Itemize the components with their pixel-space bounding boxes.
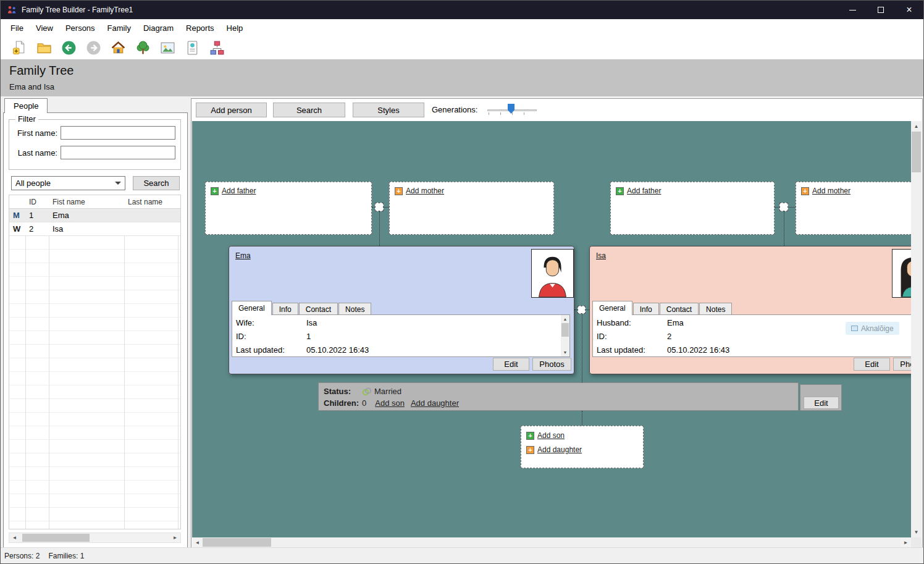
edit-button[interactable]: Edit: [854, 358, 890, 371]
generations-slider[interactable]: [487, 102, 537, 117]
scrollbar-thumb[interactable]: [203, 538, 271, 547]
tab-notes[interactable]: Notes: [699, 303, 732, 315]
scroll-left-icon[interactable]: ◄: [192, 537, 203, 547]
minimize-icon: [849, 10, 856, 11]
sidebar-search-button[interactable]: Search: [133, 176, 180, 190]
tab-general[interactable]: General: [232, 301, 272, 315]
maximize-icon: [878, 7, 884, 13]
add-daughter-link[interactable]: + Add daughter: [526, 445, 582, 454]
close-button[interactable]: ×: [895, 1, 923, 19]
photos-button[interactable]: Photos: [532, 358, 571, 371]
table-header-row: ID Fist name Last name: [9, 195, 180, 209]
first-name-label: First name:: [9, 128, 57, 138]
column-divider: [178, 195, 178, 529]
plus-icon: +: [211, 187, 219, 195]
scroll-down-icon[interactable]: ▼: [561, 348, 569, 356]
forward-button[interactable]: [85, 39, 103, 57]
people-scope-select[interactable]: All people: [11, 176, 125, 190]
marriage-rings-icon: [362, 387, 372, 397]
add-mother-link[interactable]: + Add mother: [801, 187, 850, 195]
tab-info[interactable]: Info: [272, 303, 298, 315]
photos-view-button[interactable]: [159, 39, 177, 57]
table-row[interactable]: W 2 Isa: [9, 222, 180, 236]
column-divider: [49, 195, 49, 529]
menu-file[interactable]: File: [4, 19, 30, 36]
person-first-name: Isa: [49, 224, 124, 234]
field-value: 2: [667, 332, 671, 341]
diagram-search-button[interactable]: Search: [273, 103, 345, 117]
add-mother-link[interactable]: + Add mother: [395, 187, 444, 195]
add-mother-box-wife: + Add mother: [796, 182, 911, 235]
card-scrollbar[interactable]: ▲ ▼: [561, 315, 569, 356]
add-person-button[interactable]: Add person: [196, 103, 267, 117]
scroll-right-icon[interactable]: ►: [170, 533, 180, 542]
marriage-edit-button[interactable]: Edit: [804, 397, 839, 409]
tab-people[interactable]: People: [4, 98, 48, 113]
menu-help[interactable]: Help: [220, 19, 250, 36]
persons-count: Persons: 2: [4, 552, 40, 560]
id-column-header[interactable]: ID: [25, 198, 49, 206]
connector-line: [784, 211, 784, 246]
tree-view-button[interactable]: [134, 39, 152, 57]
reports-view-button[interactable]: [183, 39, 201, 57]
maximize-button[interactable]: [867, 1, 895, 19]
menu-reports[interactable]: Reports: [180, 19, 220, 36]
open-tree-button[interactable]: [35, 39, 53, 57]
scrollbar-track[interactable]: [20, 533, 170, 542]
parents-connector[interactable]: [375, 203, 384, 211]
tab-contact[interactable]: Contact: [299, 303, 338, 315]
add-father-link[interactable]: + Add father: [211, 187, 256, 195]
add-son-link[interactable]: Add son: [375, 398, 405, 408]
back-button[interactable]: [60, 39, 78, 57]
first-name-column-header[interactable]: Fist name: [49, 198, 124, 206]
scrollbar-thumb[interactable]: [561, 323, 569, 337]
scroll-up-icon[interactable]: ▲: [561, 315, 569, 323]
minimize-button[interactable]: [838, 1, 867, 19]
person-card-ema[interactable]: Ema General Info Contact Notes: [229, 246, 574, 374]
couple-connector[interactable]: [578, 306, 586, 314]
new-tree-button[interactable]: [10, 39, 28, 57]
styles-button[interactable]: Styles: [353, 103, 424, 117]
parents-connector[interactable]: [779, 203, 788, 211]
last-name-column-header[interactable]: Last name: [124, 198, 180, 206]
diagram-view-button[interactable]: [208, 39, 226, 57]
canvas-horizontal-scrollbar[interactable]: ◄ ►: [192, 537, 911, 547]
tab-contact[interactable]: Contact: [660, 303, 699, 315]
field-label: Husband:: [593, 318, 667, 327]
add-daughter-link[interactable]: Add daughter: [411, 398, 459, 408]
husband-avatar: [531, 249, 574, 298]
scrollbar-thumb[interactable]: [22, 534, 90, 542]
tab-notes[interactable]: Notes: [338, 303, 371, 315]
menu-diagram[interactable]: Diagram: [137, 19, 180, 36]
person-id: 2: [25, 224, 49, 234]
first-name-input[interactable]: [61, 126, 175, 140]
scroll-right-icon[interactable]: ►: [901, 537, 911, 547]
report-icon: [185, 40, 200, 56]
scroll-left-icon[interactable]: ◄: [9, 533, 20, 542]
menu-persons[interactable]: Persons: [59, 19, 101, 36]
scrollbar-thumb[interactable]: [912, 132, 921, 172]
person-name-link[interactable]: Isa: [596, 251, 606, 260]
edit-button[interactable]: Edit: [493, 358, 529, 371]
scrollbar-track[interactable]: [203, 537, 901, 547]
tab-general[interactable]: General: [592, 301, 632, 315]
person-name-link[interactable]: Ema: [235, 251, 251, 260]
sidebar-horizontal-scrollbar[interactable]: ◄ ►: [9, 532, 181, 543]
add-father-link[interactable]: + Add father: [616, 187, 661, 195]
menu-view[interactable]: View: [30, 19, 59, 36]
canvas-vertical-scrollbar[interactable]: ▲ ▼: [911, 121, 922, 537]
tab-info[interactable]: Info: [633, 303, 659, 315]
photos-button[interactable]: Photos: [893, 358, 911, 371]
home-button[interactable]: [109, 39, 127, 57]
last-name-input[interactable]: [61, 146, 175, 159]
table-row[interactable]: M 1 Ema: [9, 209, 180, 222]
scroll-down-icon[interactable]: ▼: [911, 527, 922, 537]
person-card-isa[interactable]: Isa General Info Contact Notes: [589, 246, 911, 374]
add-son-link[interactable]: + Add son: [526, 431, 565, 440]
menu-family[interactable]: Family: [101, 19, 137, 36]
gender-marker: W: [9, 224, 25, 234]
family-tree-canvas[interactable]: + Add father + Add mother + Add father: [192, 121, 911, 537]
scroll-up-icon[interactable]: ▲: [911, 121, 922, 132]
scope-selected-value: All people: [15, 179, 51, 188]
person-first-name: Ema: [49, 211, 124, 220]
